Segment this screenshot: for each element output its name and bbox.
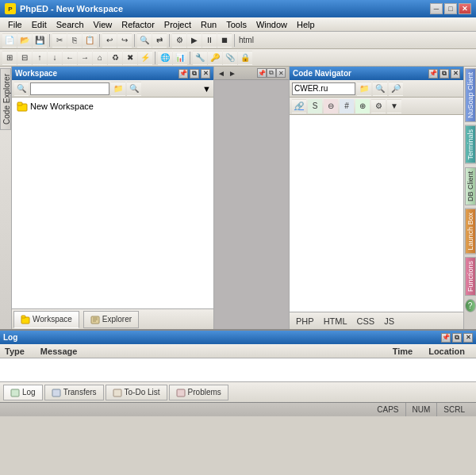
close-button[interactable]: ✕ [459,3,471,14]
tb2-btn-16[interactable]: 🔒 [238,51,252,65]
paste-button[interactable]: 📋 [83,33,97,48]
log-close-btn[interactable]: ✕ [463,333,473,343]
toolbar-row-2: ⊞ ⊟ ↑ ↓ ← → ⌂ ♻ ✖ ⚡ 🌐 📊 🔧 🔑 📎 🔒 [0,49,476,67]
tb2-btn-9[interactable]: ✖ [123,51,137,65]
cn-pin-btn[interactable]: 📌 [428,69,438,79]
right-tab-dbclient[interactable]: DB Client [465,167,476,205]
workspace-titlebar: Workspace 📌 ⧉ ✕ [12,67,213,80]
cn-browse-btn[interactable]: 📁 [357,82,371,96]
tb2-btn-3[interactable]: ↑ [33,51,47,65]
maximize-button[interactable]: □ [444,3,457,14]
menu-project[interactable]: Project [159,19,196,30]
cn-s-btn[interactable]: S [308,99,322,113]
tb2-btn-5[interactable]: ← [63,51,77,65]
right-tab-help[interactable]: ? [465,299,476,312]
cn-hash-btn[interactable]: # [340,99,354,113]
editor-nav-left[interactable]: ◄ [217,69,225,78]
tb-btn-6[interactable]: ▶ [187,33,202,48]
editor-close-btn[interactable]: ✕ [276,68,286,78]
menu-view[interactable]: View [89,19,117,30]
workspace-footer-tab-explorer[interactable]: Explorer [83,311,139,328]
workspace-pin-button[interactable]: 📌 [178,69,188,79]
explorer-tab-label: Explorer [102,315,132,324]
tb2-btn-8[interactable]: ♻ [108,51,122,65]
log-tab-log[interactable]: Log [3,385,43,400]
log-tab-problems[interactable]: Problems [169,385,228,400]
workspace-tree-item[interactable]: New Workspace [13,99,212,113]
ws-search-btn[interactable]: 🔍 [14,82,29,96]
tb2-btn-2[interactable]: ⊟ [17,51,32,65]
cn-dropdown[interactable]: CWER.ru [292,82,355,95]
cn-close-btn[interactable]: ✕ [451,69,460,79]
log-tab-todo[interactable]: To-Do List [106,385,167,400]
menu-refactor[interactable]: Refactor [117,19,159,30]
log-tab-transfers[interactable]: Transfers [44,385,104,400]
code-explorer-tab[interactable]: Code Explorer [0,68,11,130]
editor-pin-btn[interactable]: 📌 [257,68,267,78]
tb2-btn-1[interactable]: ⊞ [2,51,17,65]
redo-button[interactable]: ↪ [117,33,132,48]
cn-tab-js[interactable]: JS [382,316,396,327]
tb2-btn-12[interactable]: 📊 [173,51,187,65]
cn-plus-btn[interactable]: ⊕ [355,99,370,113]
right-tab-terminals[interactable]: Terminals [465,125,476,164]
editor-float-btn[interactable]: ⧉ [267,68,276,78]
right-tab-launchbox[interactable]: Launch Box [465,209,476,255]
find-button[interactable]: 🔍 [137,33,152,48]
caps-label: CAPS [377,405,398,414]
cn-settings-btn[interactable]: ⚙ [371,99,386,113]
right-tab-nusoap[interactable]: NuSoap Client [465,68,476,122]
tb2-btn-11[interactable]: 🌐 [158,51,172,65]
log-float-btn[interactable]: ⧉ [452,333,462,343]
cut-button[interactable]: ✂ [52,33,67,48]
cn-circle-btn[interactable]: ⊖ [324,99,338,113]
workspace-toolbar: 🔍 📁 🔍 ▼ [12,80,213,98]
menu-window[interactable]: Window [251,19,292,30]
cn-tab-html[interactable]: HTML [322,316,349,327]
undo-button[interactable]: ↩ [102,33,117,48]
cn-float-btn[interactable]: ⧉ [440,69,449,79]
cn-link-btn[interactable]: 🔗 [292,99,306,113]
editor-nav-right[interactable]: ► [228,69,236,78]
tb2-btn-14[interactable]: 🔑 [208,51,222,65]
workspace-close-button[interactable]: ✕ [201,69,210,79]
menu-file[interactable]: File [3,19,27,30]
cn-tab-php[interactable]: PHP [294,316,316,327]
sep3 [134,34,135,47]
right-sidebar: NuSoap Client Terminals DB Client Launch… [463,67,476,329]
right-tab-functions[interactable]: Functions [465,257,476,296]
log-pin-btn[interactable]: 📌 [441,333,451,343]
tb2-btn-15[interactable]: 📎 [223,51,237,65]
tb2-btn-10[interactable]: ⚡ [138,51,152,65]
copy-button[interactable]: ⎘ [67,33,82,48]
tb-btn-5[interactable]: ⚙ [172,33,186,48]
menu-edit[interactable]: Edit [27,19,52,30]
menu-help[interactable]: Help [292,19,320,30]
new-button[interactable]: 📄 [2,33,17,48]
cn-extra-btn[interactable]: ▼ [387,99,401,113]
save-button[interactable]: 💾 [33,33,47,48]
tb2-btn-6[interactable]: → [78,51,92,65]
menu-run[interactable]: Run [196,19,221,30]
minimize-button[interactable]: ─ [430,3,443,14]
tb2-btn-13[interactable]: 🔧 [193,51,207,65]
tb-btn-8[interactable]: ⏹ [217,33,232,48]
cn-tab-css[interactable]: CSS [355,316,377,327]
workspace-float-button[interactable]: ⧉ [190,69,199,79]
replace-button[interactable]: ⇄ [152,33,167,48]
menu-tools[interactable]: Tools [221,19,251,30]
menu-search[interactable]: Search [52,19,89,30]
cn-dropdown-value: CWER.ru [294,84,328,93]
ws-path-dropdown[interactable] [30,82,109,95]
workspace-footer-tab-workspace[interactable]: Workspace [13,311,79,328]
cn-filter-btn[interactable]: 🔎 [389,82,403,96]
ws-scroll-down[interactable]: ▼ [202,84,211,94]
open-button[interactable]: 📂 [17,33,32,48]
cn-search-btn[interactable]: 🔍 [373,82,387,96]
ws-browse-btn[interactable]: 📁 [111,82,125,96]
ws-find-btn[interactable]: 🔍 [127,82,141,96]
tb2-btn-7[interactable]: ⌂ [93,51,107,65]
tb2-btn-4[interactable]: ↓ [48,51,62,65]
workspace-icon [17,101,28,112]
tb-btn-7[interactable]: ⏸ [202,33,217,48]
